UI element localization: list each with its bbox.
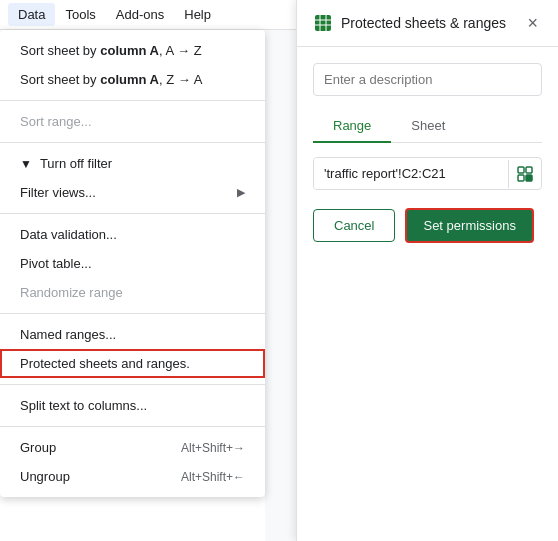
dropdown-sort-az[interactable]: Sort sheet by column A, A → Z [0, 36, 265, 65]
dropdown-filter-views[interactable]: Filter views... ▶ [0, 178, 265, 207]
tabs: Range Sheet [313, 110, 542, 143]
separator-4 [0, 313, 265, 314]
named-ranges-label: Named ranges... [20, 327, 116, 342]
set-permissions-button[interactable]: Set permissions [405, 208, 533, 243]
separator-1 [0, 100, 265, 101]
ungroup-label: Ungroup [20, 469, 70, 484]
pivot-table-label: Pivot table... [20, 256, 92, 271]
protected-sheets-label: Protected sheets and ranges. [20, 356, 190, 371]
sort-az-label: Sort sheet by column A, A → Z [20, 43, 202, 58]
group-shortcut: Alt+Shift+→ [181, 441, 245, 455]
dropdown-protected-sheets[interactable]: Protected sheets and ranges. [0, 349, 265, 378]
dropdown-sort-za[interactable]: Sort sheet by column A, Z → A [0, 65, 265, 94]
range-input[interactable] [314, 158, 508, 189]
grid-select-button[interactable] [508, 160, 541, 188]
randomize-range-label: Randomize range [20, 285, 123, 300]
svg-rect-0 [315, 15, 331, 31]
dropdown-split-text[interactable]: Split text to columns... [0, 391, 265, 420]
panel-header: Protected sheets & ranges × [297, 0, 558, 47]
panel-title: Protected sheets & ranges [341, 15, 515, 31]
dropdown-ungroup[interactable]: Ungroup Alt+Shift+← [0, 462, 265, 491]
dropdown-named-ranges[interactable]: Named ranges... [0, 320, 265, 349]
dropdown-group[interactable]: Group Alt+Shift+→ [0, 433, 265, 462]
sort-range-label: Sort range... [20, 114, 92, 129]
cancel-button[interactable]: Cancel [313, 209, 395, 242]
dropdown-menu: Sort sheet by column A, A → Z Sort sheet… [0, 30, 265, 497]
menu-item-addons[interactable]: Add-ons [106, 3, 174, 26]
range-row [313, 157, 542, 190]
ungroup-shortcut: Alt+Shift+← [181, 470, 245, 484]
data-validation-label: Data validation... [20, 227, 117, 242]
svg-rect-6 [526, 167, 532, 173]
menu-item-help[interactable]: Help [174, 3, 221, 26]
group-label: Group [20, 440, 56, 455]
menu-item-tools[interactable]: Tools [55, 3, 105, 26]
dropdown-data-validation[interactable]: Data validation... [0, 220, 265, 249]
separator-5 [0, 384, 265, 385]
panel-body: Range Sheet Cancel Set permissions [297, 47, 558, 259]
menu-item-data[interactable]: Data [8, 3, 55, 26]
separator-6 [0, 426, 265, 427]
side-panel: Protected sheets & ranges × Range Sheet [296, 0, 558, 541]
split-text-label: Split text to columns... [20, 398, 147, 413]
dropdown-randomize-range[interactable]: Randomize range [0, 278, 265, 307]
separator-2 [0, 142, 265, 143]
sheet-background [265, 30, 296, 541]
dropdown-turn-off-filter[interactable]: ▼ Turn off filter [0, 149, 265, 178]
dropdown-sort-range[interactable]: Sort range... [0, 107, 265, 136]
close-button[interactable]: × [523, 12, 542, 34]
dropdown-pivot-table[interactable]: Pivot table... [0, 249, 265, 278]
filter-icon: ▼ [20, 157, 32, 171]
tab-range[interactable]: Range [313, 110, 391, 143]
turn-off-filter-label: Turn off filter [40, 156, 245, 171]
svg-rect-8 [526, 175, 532, 181]
sort-za-label: Sort sheet by column A, Z → A [20, 72, 202, 87]
tab-sheet[interactable]: Sheet [391, 110, 465, 143]
separator-3 [0, 213, 265, 214]
description-input[interactable] [313, 63, 542, 96]
filter-views-label: Filter views... [20, 185, 237, 200]
arrow-right-icon: ▶ [237, 186, 245, 199]
action-buttons: Cancel Set permissions [313, 208, 542, 243]
svg-rect-7 [518, 175, 524, 181]
sheets-icon [313, 13, 333, 33]
svg-rect-5 [518, 167, 524, 173]
